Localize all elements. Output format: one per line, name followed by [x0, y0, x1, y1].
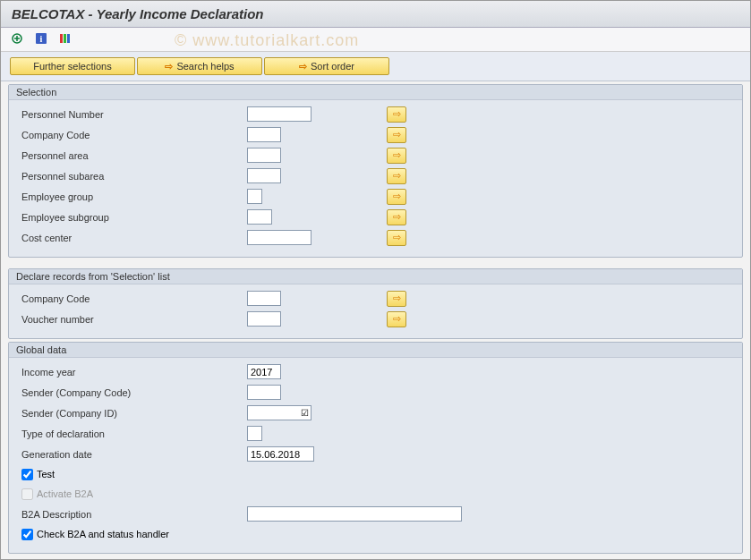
- declare-company-code-label: Company Code: [18, 293, 242, 304]
- income-year-input[interactable]: [247, 364, 281, 379]
- value-help-button[interactable]: [387, 106, 406, 123]
- decl-type-input[interactable]: [247, 426, 262, 441]
- search-helps-button[interactable]: ⇨ Search helps: [137, 57, 262, 75]
- svg-rect-3: [60, 34, 63, 43]
- svg-text:i: i: [40, 34, 43, 44]
- personnel-area-input[interactable]: [247, 148, 281, 163]
- personnel-number-label: Personnel Number: [18, 109, 242, 120]
- sender-code-input[interactable]: [247, 385, 281, 400]
- company-code-input[interactable]: [247, 127, 281, 142]
- b2a-desc-label: B2A Description: [18, 509, 242, 520]
- info-icon[interactable]: i: [33, 31, 49, 46]
- arrow-right-icon: ⇨: [165, 61, 173, 72]
- b2a-desc-input[interactable]: [247, 506, 462, 522]
- svg-rect-5: [67, 34, 70, 43]
- value-help-button[interactable]: [387, 168, 406, 184]
- sort-order-button[interactable]: ⇨ Sort order: [264, 57, 389, 75]
- declare-company-code-input[interactable]: [247, 291, 281, 306]
- value-help-button[interactable]: [387, 148, 406, 164]
- employee-subgroup-input[interactable]: [247, 209, 272, 225]
- sender-code-label: Sender (Company Code): [18, 387, 242, 398]
- value-help-button[interactable]: [387, 311, 406, 327]
- declare-group: Declare records from 'Selection' list Co…: [8, 268, 743, 339]
- app-toolbar: i: [1, 28, 750, 52]
- test-label: Test: [37, 469, 55, 479]
- activate-b2a-checkbox: [21, 488, 33, 500]
- employee-subgroup-label: Employee subgroup: [18, 212, 242, 223]
- arrow-right-icon: ⇨: [299, 61, 307, 72]
- value-help-button[interactable]: [387, 230, 406, 246]
- employee-group-input[interactable]: [247, 189, 262, 204]
- personnel-number-input[interactable]: [247, 106, 311, 122]
- value-help-button[interactable]: [387, 291, 406, 307]
- voucher-number-input[interactable]: [247, 311, 281, 327]
- selection-buttons: Further selections ⇨ Search helps ⇨ Sort…: [1, 52, 750, 81]
- company-code-label: Company Code: [18, 130, 242, 140]
- decl-type-label: Type of declaration: [18, 428, 242, 439]
- personnel-area-label: Personnel area: [18, 150, 242, 161]
- activate-b2a-row: Activate B2A: [18, 484, 733, 504]
- check-b2a-checkbox[interactable]: [21, 529, 33, 540]
- check-b2a-label: Check B2A and status handler: [37, 529, 169, 539]
- value-help-button[interactable]: [387, 127, 406, 143]
- further-selections-button[interactable]: Further selections: [10, 57, 135, 75]
- personnel-subarea-input[interactable]: [247, 168, 281, 183]
- activate-b2a-label: Activate B2A: [37, 488, 93, 499]
- page-title: BELCOTAX - Yearly Income Declaration: [12, 6, 739, 21]
- execute-icon[interactable]: [10, 31, 26, 46]
- employee-group-label: Employee group: [18, 191, 242, 202]
- income-year-label: Income year: [18, 367, 242, 378]
- personnel-subarea-label: Personnel subarea: [18, 171, 242, 182]
- group-title: Declare records from 'Selection' list: [9, 269, 742, 284]
- value-help-button[interactable]: [387, 209, 406, 225]
- sender-id-label: Sender (Company ID): [18, 408, 242, 419]
- svg-rect-4: [64, 34, 66, 43]
- variant-icon[interactable]: [56, 31, 73, 46]
- group-title: Selection: [9, 85, 742, 100]
- global-data-group: Global data Income year Sender (Company …: [8, 342, 743, 554]
- title-bar: BELCOTAX - Yearly Income Declaration: [1, 1, 750, 28]
- sender-id-input[interactable]: [247, 405, 311, 420]
- cost-center-label: Cost center: [18, 233, 242, 243]
- check-b2a-row: Check B2A and status handler: [18, 524, 733, 544]
- voucher-number-label: Voucher number: [18, 314, 242, 325]
- gen-date-input[interactable]: [247, 446, 314, 462]
- value-help-button[interactable]: [387, 189, 406, 205]
- group-title: Global data: [9, 343, 742, 358]
- cost-center-input[interactable]: [247, 230, 311, 245]
- test-checkbox[interactable]: [21, 469, 33, 480]
- selection-group: Selection Personnel Number Company Code …: [8, 84, 743, 258]
- gen-date-label: Generation date: [18, 449, 242, 460]
- test-checkbox-row: Test: [18, 464, 733, 484]
